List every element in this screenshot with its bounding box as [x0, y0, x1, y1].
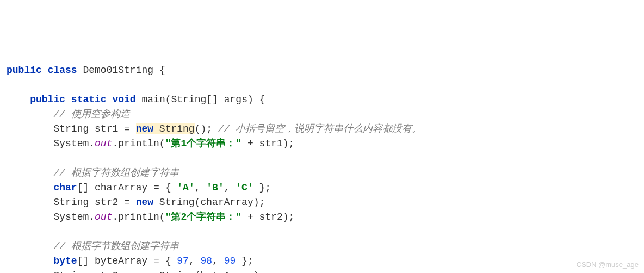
code-text: System.: [53, 212, 95, 222]
code-text: ();: [195, 123, 218, 134]
brace-open: {: [153, 65, 165, 76]
type-name: String: [153, 270, 195, 273]
keyword-void: void: [112, 94, 135, 105]
type-name: String: [153, 123, 195, 134]
keyword-new: new: [136, 197, 153, 208]
keyword-public: public: [7, 65, 42, 76]
code-text: .println(: [112, 212, 165, 222]
code-text: ,: [224, 182, 236, 193]
comment-line: // 使用空参构造: [53, 109, 129, 120]
string-literal: "第1个字符串：": [165, 138, 242, 149]
code-text: String str2 =: [53, 197, 135, 208]
code-text: [] byteArray = {: [77, 256, 177, 266]
char-literal: 'A': [177, 182, 194, 193]
code-text: + str2);: [242, 212, 294, 222]
method-name: main: [142, 94, 165, 105]
field-out: out: [95, 212, 112, 222]
code-text: };: [253, 182, 271, 193]
code-block: public class Demo01String { public stati…: [7, 63, 637, 273]
code-text: ,: [195, 182, 207, 193]
code-text: .println(: [112, 138, 165, 149]
method-params: (String[] args) {: [165, 94, 265, 105]
code-text: String str3 =: [53, 270, 135, 273]
number-literal: 98: [201, 256, 213, 266]
char-literal: 'B': [206, 182, 224, 193]
code-text: String str1 =: [53, 123, 135, 134]
code-text: (charArray);: [195, 197, 265, 208]
keyword-new: new: [136, 123, 153, 134]
number-literal: 97: [177, 256, 189, 266]
code-text: ,: [212, 256, 224, 266]
code-text: (byteArray);: [195, 270, 265, 273]
comment-line: // 根据字节数组创建字符串: [53, 241, 178, 252]
keyword-static: static: [71, 94, 107, 105]
code-text: ,: [189, 256, 201, 266]
keyword-char: char: [53, 182, 77, 193]
keyword-byte: byte: [53, 256, 77, 266]
char-literal: 'C': [236, 182, 253, 193]
class-name: Demo01String: [83, 65, 153, 76]
comment-line: // 根据字符数组创建字符串: [53, 167, 178, 178]
code-text: [] charArray = {: [77, 182, 177, 193]
comment-line: // 小括号留空，说明字符串什么内容都没有。: [218, 123, 422, 134]
keyword-public: public: [30, 94, 65, 105]
keyword-class: class: [48, 65, 77, 76]
watermark: CSDN @muse_age: [577, 259, 639, 270]
field-out: out: [95, 138, 112, 149]
code-text: + str1);: [242, 138, 294, 149]
code-text: System.: [53, 138, 95, 149]
number-literal: 99: [224, 256, 236, 266]
type-name: String: [153, 197, 195, 208]
string-literal: "第2个字符串：": [165, 212, 242, 222]
code-text: };: [236, 256, 253, 266]
keyword-new: new: [136, 270, 153, 273]
